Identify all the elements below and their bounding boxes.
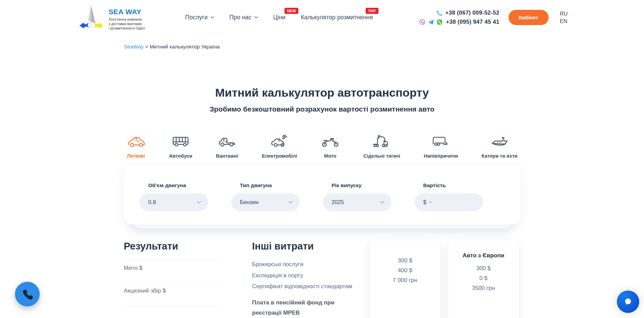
tab-motorcycles[interactable]: Мото <box>321 134 340 159</box>
calculator-card: Об'єм двигуна 0.8 Тип двигуна Бензин Рік… <box>124 165 520 224</box>
results-title: Результати <box>124 241 219 252</box>
chevron-down-icon <box>380 201 384 204</box>
other-costs-column: Інші витрати Брокерські послуги Експедиц… <box>252 241 366 318</box>
phone-number-2[interactable]: +38 (095) 947 45 41 <box>446 19 499 25</box>
nav-item-prices[interactable]: Ціни NEW <box>273 14 286 21</box>
yacht-icon <box>490 134 509 149</box>
price-card-europe: Авто з Європи 300 $ 0 $ 3500 грн <box>448 241 519 318</box>
semi-truck-icon <box>372 134 391 149</box>
engine-type-label: Тип двигуна <box>240 182 300 188</box>
vehicle-type-tabs: Легкові Автобуси Вантажні Електромобілі <box>125 134 519 159</box>
price-value: 0 $ <box>452 273 515 283</box>
motorcycle-icon <box>321 134 340 149</box>
result-row-duty: Мито $ <box>124 260 219 282</box>
calculator-form: Об'єм двигуна 0.8 Тип двигуна Бензин Рік… <box>124 165 520 224</box>
other-cost-item: Сертифікат відповідності стандартам <box>252 281 366 292</box>
nav-item-services[interactable]: Послуги <box>185 14 214 21</box>
phone-icon <box>22 289 33 300</box>
other-cost-item: Брокерські послуги <box>252 259 366 270</box>
phone-row-1: +38 (067) 009-52-52 <box>436 9 499 16</box>
electric-car-icon <box>270 134 289 149</box>
top-badge: TOP <box>366 8 378 14</box>
engine-type-select[interactable]: Бензин <box>231 193 300 211</box>
header: SEA WAY Логістична компанія з доставки в… <box>0 0 644 35</box>
breadcrumb-current: Митний калькулятор Україна <box>150 44 220 49</box>
engine-volume-field: Об'єм двигуна 0.8 <box>140 182 208 224</box>
tab-boats-yachts[interactable]: Катери та яхти <box>482 134 518 159</box>
engine-volume-label: Об'єм двигуна <box>148 182 208 188</box>
header-contacts: +38 (067) 009-52-52 +38 (095) 947 45 41 <box>419 9 499 25</box>
car-icon <box>127 134 146 149</box>
breadcrumb-separator: > <box>144 44 150 49</box>
price-value: 300 $ <box>373 256 437 265</box>
engine-type-field: Тип двигуна Бензин <box>231 182 300 224</box>
chevron-down-icon <box>429 201 433 203</box>
cabinet-button[interactable]: Кабінет <box>509 10 549 25</box>
results-column: Результати Мито $ Акцизний збір $ <box>124 241 219 305</box>
chat-bubble-icon <box>622 296 634 307</box>
price-field: Вартість $ <box>415 182 483 224</box>
chevron-down-icon <box>289 201 293 204</box>
page-subtitle: Зробимо безкоштовний розрахунок вартості… <box>0 104 644 114</box>
price-value: 400 $ <box>373 265 437 275</box>
call-fab-button[interactable] <box>15 282 40 306</box>
messenger-icons <box>419 19 443 25</box>
chat-widget-button[interactable] <box>617 291 639 313</box>
chevron-down-icon <box>254 16 258 19</box>
tab-cars[interactable]: Легкові <box>127 134 146 159</box>
results-section: Результати Мито $ Акцизний збір $ Інші в… <box>124 241 520 318</box>
pension-fund-note: Плата в пенсійний фонд при реєстрації МР… <box>252 298 354 318</box>
price-value: 300 $ <box>452 263 515 273</box>
year-select[interactable]: 2025 <box>323 193 391 211</box>
page-title: Митний калькулятор автотранспорту <box>0 85 644 100</box>
result-row-excise: Акцизний збір $ <box>124 282 219 305</box>
chevron-down-icon <box>197 201 201 204</box>
phone-row-2: +38 (095) 947 45 41 <box>419 19 499 25</box>
price-value: 7 000 грн <box>373 275 437 285</box>
trailer-icon <box>431 134 450 149</box>
tab-trucks[interactable]: Вантажні <box>216 134 238 159</box>
price-input[interactable] <box>435 199 476 206</box>
whatsapp-icon[interactable] <box>437 19 443 25</box>
tab-electric-cars[interactable]: Електромобілі <box>262 134 297 159</box>
other-costs-title: Інші витрати <box>252 241 366 252</box>
price-input-box[interactable]: $ <box>415 193 483 211</box>
breadcrumb-home-link[interactable]: SeaWay <box>124 44 144 49</box>
lang-en[interactable]: EN <box>560 18 568 25</box>
tab-semi-trailers[interactable]: Напівпричепи <box>424 134 458 159</box>
tab-buses[interactable]: Автобуси <box>169 134 192 159</box>
logo[interactable]: SEA WAY Логістична компанія з доставки в… <box>77 3 145 32</box>
viber-icon[interactable] <box>419 19 425 25</box>
engine-volume-select[interactable]: 0.8 <box>140 193 208 211</box>
chevron-down-icon <box>210 16 214 19</box>
phone-icon <box>436 10 442 16</box>
seaway-boat-logo-icon <box>77 3 106 32</box>
tab-semi-trucks[interactable]: Сідельні тягачі <box>363 134 400 159</box>
language-switcher: RU EN <box>560 10 568 25</box>
logo-subtitle: Логістична компанія з доставки вантажів … <box>109 17 145 31</box>
logo-title: SEA WAY <box>109 8 145 16</box>
price-cards: 300 $ 400 $ 7 000 грн Авто з Європи 300 … <box>370 241 519 318</box>
lang-ru[interactable]: RU <box>560 10 568 18</box>
truck-icon <box>218 134 237 149</box>
year-field: Рік випуску 2025 <box>323 182 391 224</box>
price-card-title: Авто з Європи <box>452 252 515 259</box>
bus-icon <box>171 134 190 149</box>
breadcrumb: SeaWay > Митний калькулятор Україна <box>124 44 644 50</box>
nav-item-about[interactable]: Про нас <box>229 14 258 21</box>
main-nav: Послуги Про нас Ціни NEW Калькулятор роз… <box>185 14 373 21</box>
price-label: Вартість <box>423 182 483 188</box>
currency-selector[interactable]: $ <box>423 199 426 205</box>
year-label: Рік випуску <box>332 182 391 188</box>
price-value: 3500 грн <box>452 283 515 293</box>
new-badge: NEW <box>284 8 298 14</box>
phone-number-1[interactable]: +38 (067) 009-52-52 <box>445 9 499 16</box>
other-cost-item: Експедиція в порту <box>252 270 366 281</box>
price-card-standard: 300 $ 400 $ 7 000 грн <box>370 241 440 318</box>
telegram-icon[interactable] <box>428 19 434 25</box>
nav-item-customs-calculator[interactable]: Калькулятор розмитнення TOP <box>301 14 373 21</box>
